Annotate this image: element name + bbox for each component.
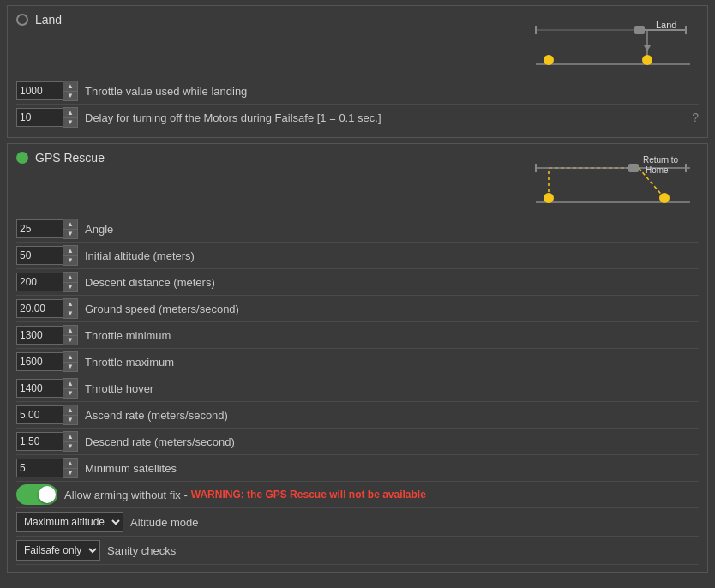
throttle-hover-row: 1400 ▲ ▼ Throttle hover <box>16 375 699 402</box>
ground-speed-up[interactable]: ▲ <box>63 299 77 309</box>
allow-arming-label: Allow arming without fix - <box>64 489 188 501</box>
descent-distance-down[interactable]: ▼ <box>63 282 77 291</box>
svg-point-4 <box>642 55 652 65</box>
angle-spin-buttons: ▲ ▼ <box>63 219 78 239</box>
throttle-min-spin-buttons: ▲ ▼ <box>63 325 78 345</box>
delay-motors-down[interactable]: ▼ <box>63 117 77 127</box>
throttle-min-up[interactable]: ▲ <box>63 326 77 335</box>
toggle-thumb <box>39 486 56 503</box>
initial-altitude-label: Initial altitude (meters) <box>85 249 195 262</box>
svg-point-20 <box>544 193 554 203</box>
ground-speed-down[interactable]: ▼ <box>63 309 77 318</box>
throttle-min-spinbox[interactable]: 1300 ▲ ▼ <box>16 325 78 345</box>
sanity-checks-label: Sanity checks <box>107 544 176 557</box>
angle-row: 25 ▲ ▼ Angle <box>16 216 699 243</box>
ground-speed-spinbox[interactable]: 20.00 ▲ ▼ <box>16 298 78 319</box>
gps-rescue-diagram: Return to Home <box>527 151 699 211</box>
angle-up[interactable]: ▲ <box>63 219 77 229</box>
throttle-hover-label: Throttle hover <box>85 382 153 395</box>
throttle-max-down[interactable]: ▼ <box>63 362 77 371</box>
descend-rate-row: 1.50 ▲ ▼ Descend rate (meters/second) <box>16 429 699 455</box>
throttle-land-input[interactable]: 1000 <box>16 81 63 100</box>
throttle-land-spin-buttons: ▲ ▼ <box>63 81 78 101</box>
gps-rescue-section: GPS Rescue Return to Home 25 <box>7 143 708 573</box>
sanity-checks-select[interactable]: Failsafe only All checks Disabled <box>16 540 100 561</box>
descent-distance-spinbox[interactable]: 200 ▲ ▼ <box>16 272 78 292</box>
descend-rate-down[interactable]: ▼ <box>63 441 77 451</box>
throttle-max-input[interactable]: 1600 <box>16 352 63 371</box>
descent-distance-input[interactable]: 200 <box>16 273 63 291</box>
ground-speed-row: 20.00 ▲ ▼ Ground speed (meters/second) <box>16 296 699 322</box>
delay-motors-help-icon[interactable]: ? <box>692 111 699 124</box>
svg-point-3 <box>544 55 554 65</box>
initial-altitude-input[interactable]: 50 <box>16 246 63 265</box>
min-satellites-down[interactable]: ▼ <box>63 468 77 477</box>
throttle-min-down[interactable]: ▼ <box>63 335 77 345</box>
ascend-rate-up[interactable]: ▲ <box>63 405 77 415</box>
delay-motors-up[interactable]: ▲ <box>63 108 77 117</box>
delay-motors-spinbox[interactable]: 10 ▲ ▼ <box>16 107 78 128</box>
angle-spinbox[interactable]: 25 ▲ ▼ <box>16 219 78 239</box>
angle-down[interactable]: ▼ <box>63 229 77 238</box>
ascend-rate-spinbox[interactable]: 5.00 ▲ ▼ <box>16 405 78 425</box>
initial-altitude-spinbox[interactable]: 50 ▲ ▼ <box>16 245 78 266</box>
land-radio[interactable] <box>16 14 28 26</box>
ascend-rate-down[interactable]: ▼ <box>63 415 77 424</box>
descent-distance-label: Descent distance (meters) <box>85 276 215 289</box>
altitude-mode-label: Altitude mode <box>130 516 199 529</box>
ascend-rate-row: 5.00 ▲ ▼ Ascend rate (meters/second) <box>16 402 699 429</box>
initial-altitude-down[interactable]: ▼ <box>63 255 77 265</box>
allow-arming-warning: WARNING: the GPS Rescue will not be avai… <box>191 489 426 501</box>
allow-arming-toggle[interactable] <box>16 484 57 505</box>
throttle-land-spinbox[interactable]: 1000 ▲ ▼ <box>16 81 78 101</box>
land-title: Land <box>35 13 62 27</box>
svg-text:Return to: Return to <box>643 155 679 165</box>
throttle-min-input[interactable]: 1300 <box>16 326 63 345</box>
initial-altitude-row: 50 ▲ ▼ Initial altitude (meters) <box>16 243 699 269</box>
throttle-max-label: Throttle maximum <box>85 356 174 369</box>
min-satellites-spin-buttons: ▲ ▼ <box>63 458 78 478</box>
svg-marker-5 <box>644 45 651 51</box>
land-section: Land Land <box>7 5 708 138</box>
min-satellites-up[interactable]: ▲ <box>63 459 77 468</box>
ground-speed-label: Ground speed (meters/second) <box>85 303 239 315</box>
angle-input[interactable]: 25 <box>16 219 63 238</box>
throttle-max-up[interactable]: ▲ <box>63 352 77 362</box>
ground-speed-spin-buttons: ▲ ▼ <box>63 298 78 319</box>
throttle-max-spin-buttons: ▲ ▼ <box>63 351 78 372</box>
altitude-mode-select[interactable]: Maximum altitude Current altitude <box>16 512 123 532</box>
throttle-max-row: 1600 ▲ ▼ Throttle maximum <box>16 349 699 375</box>
descend-rate-input[interactable]: 1.50 <box>16 432 63 451</box>
descent-distance-up[interactable]: ▲ <box>63 273 77 282</box>
sanity-checks-row: Failsafe only All checks Disabled Sanity… <box>16 537 699 565</box>
throttle-land-up[interactable]: ▲ <box>63 81 77 91</box>
delay-motors-input[interactable]: 10 <box>16 108 63 127</box>
descent-distance-row: 200 ▲ ▼ Descent distance (meters) <box>16 269 699 296</box>
ground-speed-input[interactable]: 20.00 <box>16 299 63 318</box>
throttle-hover-down[interactable]: ▼ <box>63 388 77 398</box>
min-satellites-input[interactable]: 5 <box>16 459 63 477</box>
descend-rate-spinbox[interactable]: 1.50 ▲ ▼ <box>16 431 78 452</box>
svg-text:Home: Home <box>646 165 669 175</box>
ascend-rate-label: Ascend rate (meters/second) <box>85 409 228 422</box>
throttle-hover-spinbox[interactable]: 1400 ▲ ▼ <box>16 378 78 399</box>
delay-motors-label: Delay for turning off the Motors during … <box>85 111 382 124</box>
gps-rescue-title: GPS Rescue <box>35 151 105 165</box>
svg-rect-17 <box>628 164 639 172</box>
min-satellites-label: Minimum satellites <box>85 462 177 475</box>
gps-rescue-radio[interactable] <box>16 152 28 164</box>
descent-distance-spin-buttons: ▲ ▼ <box>63 272 78 292</box>
min-satellites-spinbox[interactable]: 5 ▲ ▼ <box>16 458 78 478</box>
land-diagram: Land <box>527 13 699 73</box>
initial-altitude-up[interactable]: ▲ <box>63 246 77 255</box>
svg-text:Land: Land <box>656 20 676 30</box>
throttle-land-down[interactable]: ▼ <box>63 91 77 100</box>
allow-arming-row: Allow arming without fix - WARNING: the … <box>16 482 699 508</box>
ascend-rate-input[interactable]: 5.00 <box>16 405 63 424</box>
throttle-max-spinbox[interactable]: 1600 ▲ ▼ <box>16 351 78 372</box>
throttle-hover-spin-buttons: ▲ ▼ <box>63 378 78 399</box>
throttle-hover-input[interactable]: 1400 <box>16 379 63 398</box>
descend-rate-up[interactable]: ▲ <box>63 432 77 441</box>
throttle-min-row: 1300 ▲ ▼ Throttle minimum <box>16 322 699 349</box>
throttle-hover-up[interactable]: ▲ <box>63 379 77 388</box>
